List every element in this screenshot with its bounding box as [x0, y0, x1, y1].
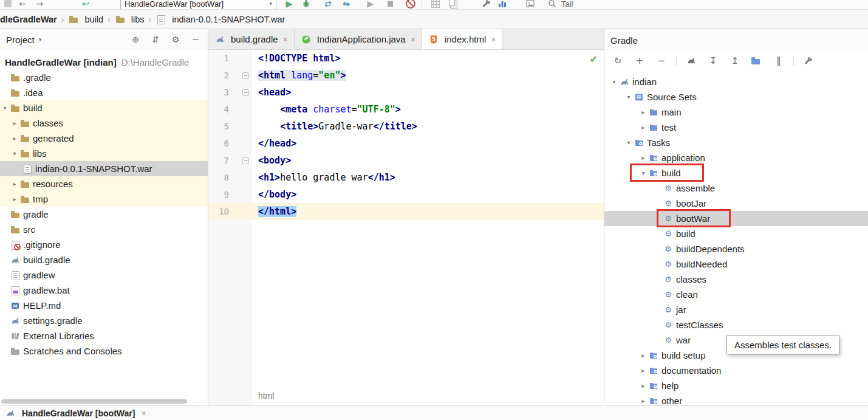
line-number[interactable]: 3	[208, 88, 229, 97]
stop-button[interactable]	[384, 0, 395, 9]
project-item-libs[interactable]: ▾libs	[0, 146, 208, 161]
collapse-all-icon[interactable]: ⇵	[149, 33, 162, 46]
close-icon[interactable]: ×	[141, 408, 146, 418]
code-editor[interactable]: ✔ 1<!DOCTYPE html>2−<html lang="en">3−<h…	[208, 50, 604, 405]
project-item-classes[interactable]: ▸classes	[0, 115, 208, 131]
chart-icon[interactable]	[497, 0, 508, 9]
profiler-button[interactable]: ⇋	[341, 0, 352, 9]
gradle-item-classes[interactable]: ⚙classes	[604, 272, 868, 287]
project-item-scratches-and-consoles[interactable]: Scratches and Consoles	[0, 343, 208, 359]
close-icon[interactable]: ×	[283, 35, 288, 44]
gradle-item-clean[interactable]: ⚙clean	[604, 287, 868, 302]
copy-icon[interactable]	[447, 0, 458, 9]
run-tab-label[interactable]: HandleGradleWar [bootWar]	[22, 408, 135, 418]
chevron-right-icon[interactable]: ▸	[638, 352, 648, 359]
line-number[interactable]: 4	[208, 105, 229, 114]
gradle-item-indian[interactable]: ▾indian	[604, 74, 868, 89]
project-item-handlegradlewar-indian[interactable]: HandleGradleWar [indian]D:\HandleGradle	[0, 55, 208, 70]
fold-icon[interactable]: −	[242, 72, 249, 79]
close-icon[interactable]: ×	[491, 35, 496, 44]
gradle-item-jar[interactable]: ⚙jar	[604, 302, 868, 317]
gradle-item-help[interactable]: ▸help	[604, 378, 868, 393]
code-line-7[interactable]: 7−<body>	[208, 152, 604, 169]
settings-gear-icon[interactable]: ⚙	[169, 33, 182, 46]
project-horizontal-scrollbar[interactable]	[1, 399, 187, 404]
editor-breadcrumb[interactable]: html	[258, 391, 274, 401]
gradle-item-buildneeded[interactable]: ⚙buildNeeded	[604, 256, 868, 272]
code-line-4[interactable]: 4 <meta charset="UTF-8">	[208, 101, 604, 118]
detach-project-icon[interactable]: −	[654, 54, 669, 67]
close-icon[interactable]: ×	[411, 35, 415, 44]
recent-locations-icon[interactable]: ↩	[80, 0, 91, 9]
gradle-item-test[interactable]: ▸test	[604, 120, 868, 135]
search-icon[interactable]	[547, 0, 558, 9]
gradle-item-source-sets[interactable]: ▾Source Sets	[604, 89, 868, 105]
project-item-build[interactable]: ▾build	[0, 100, 208, 115]
run-disabled-button[interactable]: ▶	[365, 0, 376, 9]
gradle-item-testclasses[interactable]: ⚙testClasses	[604, 317, 868, 332]
project-item-gitignore[interactable]: .gitignore	[0, 237, 208, 252]
chevron-right-icon[interactable]: ▸	[638, 154, 648, 161]
chevron-right-icon[interactable]: ▸	[10, 181, 19, 187]
coverage-button[interactable]: ⇄	[323, 0, 333, 9]
code-line-1[interactable]: 1<!DOCTYPE html>	[208, 50, 604, 67]
inspections-ok-icon[interactable]: ✔	[590, 53, 598, 65]
chevron-down-icon[interactable]: ▾	[638, 170, 648, 176]
project-item-gradlew-bat[interactable]: gradlew.bat	[0, 283, 208, 298]
project-item-tmp[interactable]: ▸tmp	[0, 191, 208, 207]
hide-panel-icon[interactable]: ─	[190, 33, 202, 46]
chevron-down-icon[interactable]: ▾	[609, 78, 619, 85]
chevron-down-icon[interactable]: ▾	[39, 36, 42, 43]
gradle-settings-icon[interactable]	[801, 54, 816, 67]
breadcrumb-dlegradlewar[interactable]: dleGradleWar	[0, 15, 57, 24]
tab-build-gradle[interactable]: build.gradle×	[208, 29, 295, 49]
project-item-generated[interactable]: ▸generated	[0, 131, 208, 146]
fold-icon[interactable]: −	[242, 89, 249, 96]
code-line-3[interactable]: 3−<head>	[208, 84, 604, 101]
expand-all-icon[interactable]: ↧	[706, 54, 720, 67]
project-item-help-md[interactable]: MHELP.md	[0, 298, 208, 313]
gradle-item-assemble[interactable]: ⚙assemble	[604, 181, 868, 196]
line-number[interactable]: 1	[208, 53, 229, 63]
grid-icon[interactable]	[430, 0, 441, 9]
code-line-9[interactable]: 9</body>	[208, 186, 604, 203]
code-line-10[interactable]: 10</html>	[208, 203, 604, 220]
execute-gradle-task-icon[interactable]	[684, 54, 699, 67]
gradle-item-documentation[interactable]: ▸documentation	[604, 363, 868, 378]
project-item-settings-gradle[interactable]: settings.gradle	[0, 313, 208, 328]
project-item-src[interactable]: src	[0, 222, 208, 237]
chevron-right-icon[interactable]: ▸	[638, 382, 648, 389]
gradle-item-other[interactable]: ▸other	[604, 393, 868, 405]
line-number[interactable]: 8	[208, 173, 229, 182]
group-tasks-icon[interactable]	[750, 54, 764, 67]
project-item-indian-0-0-1-snapshot-war[interactable]: indian-0.0.1-SNAPSHOT.war	[0, 161, 208, 176]
line-number[interactable]: 6	[208, 139, 229, 148]
line-number[interactable]: 10	[208, 207, 229, 216]
project-item-resources[interactable]: ▸resources	[0, 176, 208, 191]
wrench-icon[interactable]	[481, 0, 492, 9]
chevron-right-icon[interactable]: ▸	[638, 124, 648, 131]
gradle-item-application[interactable]: ▸application	[604, 150, 868, 165]
chevron-right-icon[interactable]: ▸	[638, 367, 648, 374]
project-item-gradle[interactable]: gradle	[0, 207, 208, 222]
fold-icon[interactable]: −	[242, 157, 249, 164]
line-number[interactable]: 2	[208, 71, 229, 80]
project-item-external-libraries[interactable]: External Libraries	[0, 328, 208, 343]
attach-project-icon[interactable]: +	[632, 54, 647, 67]
gradle-item-builddependents[interactable]: ⚙buildDependents	[604, 241, 868, 256]
show-task-executions-icon[interactable]: ‖	[771, 54, 786, 67]
app-icon[interactable]	[2, 0, 13, 9]
code-line-2[interactable]: 2−<html lang="en">	[208, 67, 604, 84]
code-line-6[interactable]: 6</head>	[208, 135, 604, 152]
chevron-right-icon[interactable]: ▸	[10, 135, 19, 142]
project-item-gradlew[interactable]: gradlew	[0, 267, 208, 283]
chevron-right-icon[interactable]: ▸	[10, 196, 19, 202]
gradle-item-bootjar[interactable]: ⚙bootJar	[604, 196, 868, 211]
gradle-item-tasks[interactable]: ▾Tasks	[604, 135, 868, 150]
kill-process-button[interactable]	[405, 0, 416, 9]
chevron-down-icon[interactable]: ▾	[624, 94, 634, 100]
project-item-idea[interactable]: .idea	[0, 85, 208, 100]
tab-index-html[interactable]: 5index.html×	[422, 29, 503, 49]
collapse-all-icon[interactable]: ↥	[728, 54, 742, 67]
gradle-item-bootwar[interactable]: ⚙bootWar	[604, 211, 868, 226]
